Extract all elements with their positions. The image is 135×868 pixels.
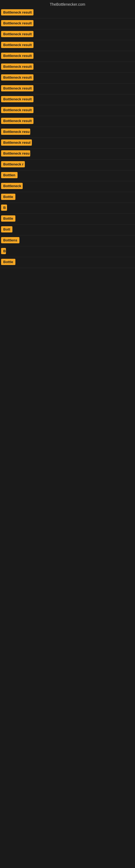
bottleneck-result-badge[interactable]: Bottle — [1, 259, 15, 265]
list-item: Bottleneck result — [0, 40, 135, 51]
bottleneck-result-badge[interactable]: Bottlen — [1, 172, 17, 178]
bottleneck-result-badge[interactable]: Bottleneck result — [1, 9, 34, 16]
list-item: Bottlens — [0, 236, 135, 246]
list-item: Bottleneck result — [0, 62, 135, 73]
bottleneck-result-badge[interactable]: Bottleneck — [1, 183, 23, 189]
bottleneck-result-badge[interactable]: Bottleneck result — [1, 96, 34, 102]
list-item: Bottleneck resu — [0, 127, 135, 138]
bottleneck-result-badge[interactable]: Bottleneck result — [1, 63, 34, 70]
bottleneck-result-badge[interactable]: Bott — [1, 226, 12, 232]
list-item: Bottle — [0, 192, 135, 203]
bottleneck-result-badge[interactable]: Bottleneck result — [1, 118, 34, 124]
list-item: Bottleneck result — [0, 19, 135, 29]
list-item: Bottleneck result — [0, 84, 135, 94]
bottleneck-result-badge[interactable]: Bottleneck resu — [1, 150, 30, 156]
bottleneck-result-badge[interactable]: Bottleneck result — [1, 107, 34, 113]
list-item: Bottleneck result — [0, 73, 135, 84]
bottleneck-result-badge[interactable]: Bottleneck result — [1, 53, 34, 59]
list-item: Bottleneck result — [0, 116, 135, 127]
bottleneck-result-badge[interactable]: B — [1, 205, 7, 211]
bottleneck-result-badge[interactable]: Bottleneck result — [1, 20, 34, 26]
list-item: Bottleneck result — [0, 8, 135, 19]
bottleneck-result-badge[interactable]: Bottleneck result — [1, 31, 34, 37]
list-item: Bottleneck result — [0, 51, 135, 62]
bottleneck-result-badge[interactable]: Bottleneck result — [1, 42, 34, 48]
list-item: Bottleneck result — [0, 105, 135, 116]
list-item: Bottle — [0, 257, 135, 268]
bottleneck-result-badge[interactable]: Bottleneck r — [1, 161, 25, 167]
list-item: Bottlen — [0, 170, 135, 181]
bottleneck-result-badge[interactable]: Bottlens — [1, 237, 19, 243]
bottleneck-result-badge[interactable]: Bottleneck resul — [1, 140, 32, 146]
list-item: Bottleneck r — [0, 159, 135, 170]
list-item: Bottleneck result — [0, 29, 135, 40]
bottleneck-result-badge[interactable]: B — [1, 248, 6, 254]
list-item: B — [0, 246, 135, 257]
list-item: Bottle — [0, 214, 135, 225]
list-item: B — [0, 203, 135, 214]
list-item: Bottleneck resul — [0, 138, 135, 149]
bottleneck-result-badge[interactable]: Bottleneck result — [1, 85, 34, 91]
bottleneck-result-badge[interactable]: Bottle — [1, 215, 15, 222]
list-item: Bottleneck result — [0, 94, 135, 105]
list-item: Bottleneck resu — [0, 149, 135, 159]
bottleneck-result-badge[interactable]: Bottle — [1, 194, 15, 200]
list-item: Bott — [0, 225, 135, 236]
bottleneck-result-badge[interactable]: Bottleneck resu — [1, 129, 30, 135]
list-item: Bottleneck — [0, 181, 135, 192]
site-title: TheBottlenecker.com — [0, 0, 135, 8]
bottleneck-result-badge[interactable]: Bottleneck result — [1, 74, 34, 81]
